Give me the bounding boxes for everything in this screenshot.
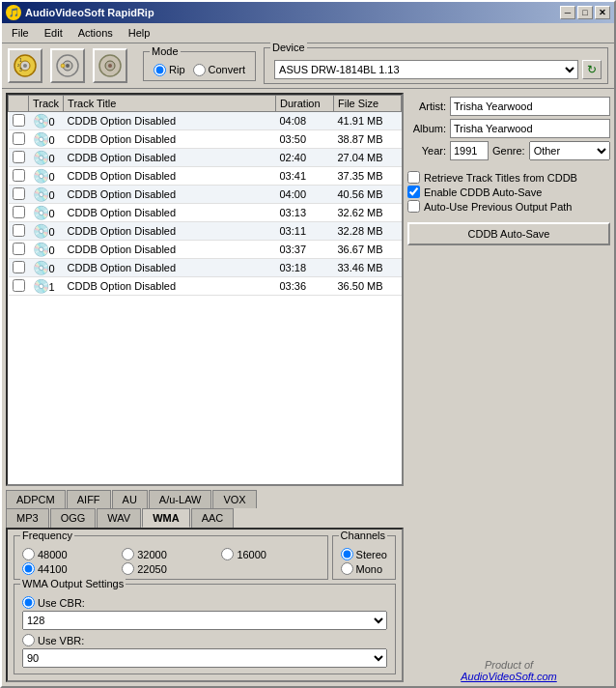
vbr-row: Use VBR: 90 bbox=[22, 634, 387, 668]
format-tabs-row2: MP3 OGG WAV WMA AAC bbox=[6, 508, 404, 528]
tab-wav[interactable]: WAV bbox=[97, 508, 141, 528]
table-row[interactable]: 💿0 CDDB Option Disabled 03:13 32.62 MB bbox=[9, 204, 402, 222]
freq-44100-label[interactable]: 44100 bbox=[22, 562, 120, 575]
row-checkbox-cell bbox=[9, 222, 29, 241]
tab-alaw[interactable]: A/u-LAW bbox=[149, 490, 212, 508]
row-checkbox[interactable] bbox=[13, 132, 25, 145]
row-checkbox[interactable] bbox=[13, 169, 25, 182]
row-checkbox[interactable] bbox=[13, 224, 25, 237]
genre-label: Genre: bbox=[492, 145, 525, 157]
row-checkbox[interactable] bbox=[13, 279, 25, 292]
row-duration: 04:08 bbox=[276, 112, 334, 130]
toolbar-btn-1[interactable]: 1 2 3 bbox=[8, 48, 42, 83]
genre-select[interactable]: Other bbox=[529, 141, 610, 160]
maximize-button[interactable]: □ bbox=[577, 6, 593, 19]
vbr-label[interactable]: Use VBR: bbox=[22, 634, 387, 646]
mode-convert-label[interactable]: Convert bbox=[193, 64, 246, 76]
menu-actions[interactable]: Actions bbox=[72, 25, 119, 41]
row-title: CDDB Option Disabled bbox=[64, 241, 276, 259]
tab-mp3[interactable]: MP3 bbox=[6, 508, 49, 528]
toolbar-btn-2[interactable] bbox=[50, 48, 85, 83]
enable-cddb-checkbox[interactable] bbox=[407, 186, 420, 198]
device-select[interactable]: ASUS DRW-1814BL 1.13 bbox=[274, 60, 578, 79]
retrieve-titles-checkbox[interactable] bbox=[407, 171, 420, 184]
row-checkbox[interactable] bbox=[13, 243, 25, 255]
close-button[interactable]: ✕ bbox=[595, 6, 610, 19]
minimize-button[interactable]: ─ bbox=[560, 6, 575, 19]
tab-aiff[interactable]: AIFF bbox=[67, 490, 111, 508]
year-genre-row: Year: Genre: Other bbox=[407, 141, 610, 160]
format-panel: Frequency 48000 32000 16000 44100 22050 … bbox=[6, 528, 404, 682]
freq-44100[interactable] bbox=[22, 562, 35, 575]
year-input[interactable] bbox=[450, 141, 489, 160]
table-row[interactable]: 💿0 CDDB Option Disabled 02:40 27.04 MB bbox=[9, 149, 402, 167]
cbr-radio[interactable] bbox=[22, 596, 35, 609]
freq-options: 48000 32000 16000 44100 22050 bbox=[22, 548, 320, 575]
row-checkbox[interactable] bbox=[13, 206, 25, 218]
table-row[interactable]: 💿1 CDDB Option Disabled 03:36 36.50 MB bbox=[9, 277, 402, 296]
menu-file[interactable]: File bbox=[6, 25, 35, 41]
vbr-select[interactable]: 90 bbox=[22, 648, 387, 668]
channel-mono-label[interactable]: Mono bbox=[341, 562, 387, 575]
cddb-auto-save-button[interactable]: CDDB Auto-Save bbox=[407, 222, 610, 245]
album-input[interactable] bbox=[450, 119, 610, 138]
tab-adpcm[interactable]: ADPCM bbox=[6, 490, 66, 508]
row-checkbox[interactable] bbox=[13, 187, 25, 200]
track-table[interactable]: Track Track Title Duration File Size 💿0 … bbox=[6, 93, 404, 486]
freq-16000-label[interactable]: 16000 bbox=[221, 548, 319, 560]
table-row[interactable]: 💿0 CDDB Option Disabled 03:18 33.46 MB bbox=[9, 259, 402, 277]
vbr-select-row: 90 bbox=[22, 648, 387, 668]
row-checkbox-cell bbox=[9, 186, 29, 204]
freq-32000-text: 32000 bbox=[137, 549, 167, 560]
title-bar: 🎵 AudioVideoSoft RapidRip ─ □ ✕ bbox=[2, 2, 614, 23]
tab-wma[interactable]: WMA bbox=[142, 508, 190, 528]
tab-vox[interactable]: VOX bbox=[212, 490, 256, 508]
cbr-select[interactable]: 128 bbox=[22, 611, 387, 630]
table-row[interactable]: 💿0 CDDB Option Disabled 03:50 38.87 MB bbox=[9, 130, 402, 149]
tab-au[interactable]: AU bbox=[112, 490, 148, 508]
freq-16000[interactable] bbox=[221, 548, 234, 560]
product-section: Product of AudioVideoSoft.com bbox=[407, 651, 610, 682]
mode-convert-radio[interactable] bbox=[193, 64, 206, 76]
artist-input[interactable] bbox=[450, 97, 610, 116]
tab-aac[interactable]: AAC bbox=[191, 508, 235, 528]
row-tracknum: 💿0 bbox=[29, 130, 64, 149]
main-area: Track Track Title Duration File Size 💿0 … bbox=[2, 89, 614, 686]
mode-group: Mode Rip Convert bbox=[143, 51, 256, 81]
cbr-label[interactable]: Use CBR: bbox=[22, 596, 387, 609]
channel-stereo[interactable] bbox=[341, 548, 353, 560]
table-row[interactable]: 💿0 CDDB Option Disabled 04:00 40.56 MB bbox=[9, 186, 402, 204]
freq-22050-label[interactable]: 22050 bbox=[122, 562, 219, 575]
row-checkbox[interactable] bbox=[13, 151, 25, 163]
row-title: CDDB Option Disabled bbox=[64, 204, 276, 222]
col-duration: Duration bbox=[276, 96, 334, 112]
toolbar-btn-3[interactable] bbox=[93, 48, 127, 83]
freq-32000-label[interactable]: 32000 bbox=[122, 548, 219, 560]
table-row[interactable]: 💿0 CDDB Option Disabled 03:41 37.35 MB bbox=[9, 167, 402, 186]
table-row[interactable]: 💿0 CDDB Option Disabled 04:08 41.91 MB bbox=[9, 112, 402, 130]
refresh-button[interactable]: ↻ bbox=[582, 60, 602, 79]
row-duration: 03:41 bbox=[276, 167, 334, 186]
channel-stereo-label[interactable]: Stereo bbox=[341, 548, 387, 560]
row-title: CDDB Option Disabled bbox=[64, 222, 276, 241]
row-checkbox[interactable] bbox=[13, 261, 25, 273]
album-row: Album: bbox=[407, 119, 610, 138]
freq-32000[interactable] bbox=[122, 548, 134, 560]
menu-help[interactable]: Help bbox=[123, 25, 156, 41]
freq-22050[interactable] bbox=[122, 562, 134, 575]
menu-edit[interactable]: Edit bbox=[39, 25, 69, 41]
retrieve-titles-label: Retrieve Track Titles from CDDB bbox=[424, 172, 577, 184]
tab-ogg[interactable]: OGG bbox=[50, 508, 97, 528]
row-checkbox[interactable] bbox=[13, 114, 25, 127]
channel-mono[interactable] bbox=[341, 562, 353, 575]
table-row[interactable]: 💿0 CDDB Option Disabled 03:11 32.28 MB bbox=[9, 222, 402, 241]
product-link[interactable]: AudioVideoSoft.com bbox=[461, 671, 556, 682]
table-row[interactable]: 💿0 CDDB Option Disabled 03:37 36.67 MB bbox=[9, 241, 402, 259]
mode-rip-radio[interactable] bbox=[154, 64, 166, 76]
auto-use-checkbox[interactable] bbox=[407, 200, 420, 213]
mode-rip-label[interactable]: Rip bbox=[154, 64, 185, 76]
freq-48000[interactable] bbox=[22, 548, 35, 560]
freq-48000-label[interactable]: 48000 bbox=[22, 548, 120, 560]
vbr-radio[interactable] bbox=[22, 634, 35, 646]
row-size: 36.50 MB bbox=[334, 277, 402, 296]
